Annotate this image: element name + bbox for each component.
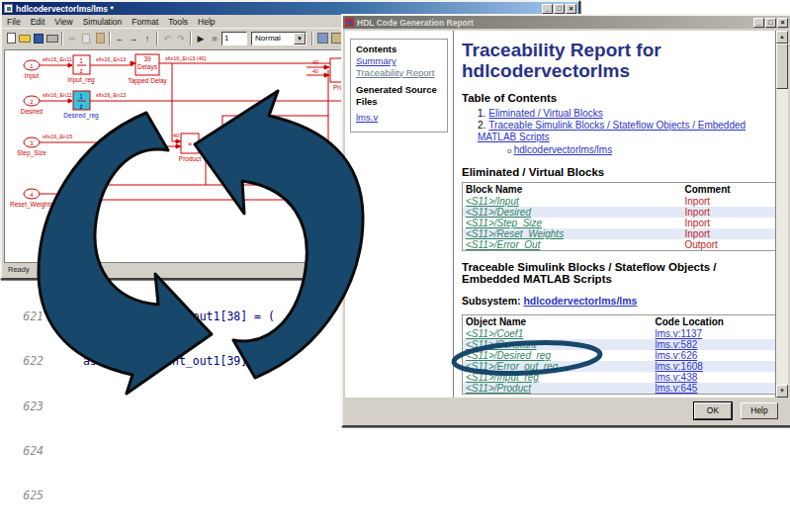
toolbar-separator <box>61 32 63 45</box>
column-header: Code Location <box>653 314 776 328</box>
scroll-up-icon[interactable]: ▲ <box>776 31 788 44</box>
scrollbar-thumb[interactable] <box>776 44 788 89</box>
toolbar-separator <box>311 32 313 45</box>
object-link[interactable]: <S11>/Desired_reg <box>466 350 551 361</box>
signal-label: sfix16_En13 (40) <box>165 55 207 61</box>
close-button[interactable]: × <box>566 4 576 14</box>
block-link[interactable]: <S11>/Reset_Weights <box>466 228 564 239</box>
redo-icon[interactable]: ↷ <box>174 31 188 45</box>
simulation-mode-dropdown[interactable]: Normal ▼ <box>251 32 307 45</box>
traceable-blocks-table: Object Name Code Location <S11>/Coef1lms… <box>462 314 775 395</box>
tapped-delay-body: Delays <box>137 63 158 71</box>
block-comment: Inport <box>682 196 776 207</box>
open-model-icon[interactable] <box>18 31 32 45</box>
port-input-label[interactable]: Input <box>25 72 40 80</box>
table-row: <S11>/Error_OutOutport <box>463 239 776 251</box>
code-location-link[interactable]: lms.v:438 <box>656 372 698 383</box>
scroll-down-icon[interactable]: ▼ <box>776 385 788 398</box>
object-link[interactable]: <S11>/Error_out_reg <box>466 361 558 372</box>
table-row: <S11>/Input_reglms.v:438 <box>463 372 776 383</box>
desired-reg-numerator: 1 <box>79 93 83 100</box>
start-simulation-icon[interactable]: ▶ <box>194 31 208 45</box>
traceability-report-link[interactable]: Traceability Report <box>356 67 434 78</box>
toolbar-separator <box>109 32 111 45</box>
menu-simulation[interactable]: Simulation <box>83 17 123 26</box>
menu-help[interactable]: Help <box>198 17 215 26</box>
table-row: <S11>/Step_SizeInport <box>463 218 776 228</box>
summary-link[interactable]: Summary <box>356 55 396 66</box>
signal-label: sfix16_En11 <box>43 56 72 62</box>
block-link[interactable]: <S11>/Step_Size <box>466 218 542 228</box>
input-reg-label[interactable]: Input_reg <box>67 76 95 84</box>
stop-simulation-icon[interactable]: ■ <box>208 31 221 45</box>
product-label[interactable]: Product <box>179 155 202 162</box>
paste-icon[interactable] <box>93 31 107 45</box>
dropdown-arrow-icon[interactable]: ▼ <box>294 33 306 44</box>
lms-v-file-link[interactable]: lms.v <box>356 112 378 123</box>
port-step-size-label[interactable]: Step_Size <box>17 149 46 157</box>
code-location-link[interactable]: lms.v:1137 <box>656 328 703 339</box>
toc-heading: Table of Contents <box>462 92 765 104</box>
object-link[interactable]: <S11>/Input_reg <box>466 372 539 383</box>
table-row: <S11>/DesiredInport <box>463 207 776 218</box>
table-row: <S11>/Coef1lms.v:1137 <box>463 328 776 339</box>
help-button[interactable]: Help <box>741 402 778 419</box>
new-model-icon[interactable] <box>4 31 18 45</box>
input-reg-denominator: z <box>79 67 82 74</box>
cut-icon[interactable]: ✂ <box>65 31 79 45</box>
code-location-link[interactable]: lms.v:1608 <box>656 361 703 372</box>
traceable-blocks-heading: Traceable Simulink Blocks / Stateflow Ob… <box>462 261 758 285</box>
report-scrollbar[interactable]: ▲ ▼ <box>775 31 788 398</box>
code-location-link[interactable]: lms.v:582 <box>656 339 698 350</box>
port-desired-label[interactable]: Desired <box>21 108 44 115</box>
go-back-icon[interactable]: ← <box>113 31 127 45</box>
contents-heading: Contents <box>356 44 442 55</box>
minimize-button[interactable]: _ <box>753 18 764 28</box>
line-number: 623 <box>8 399 44 415</box>
go-up-icon[interactable]: ↑ <box>140 31 154 45</box>
copy-icon[interactable] <box>79 31 93 45</box>
toc-traceable-link[interactable]: Traceable Simulink Blocks / Stateflow Ob… <box>478 120 746 142</box>
toc-eliminated-link[interactable]: Eliminated / Virtual Blocks <box>488 108 602 119</box>
object-link[interactable]: <S11>/Constant <box>466 339 537 350</box>
minimize-button[interactable]: _ <box>542 4 553 14</box>
table-row: <S11>/Error_out_reglms.v:1608 <box>463 361 776 372</box>
subsystem-link[interactable]: hdlcodervectorlms/lms <box>523 295 637 307</box>
ok-button[interactable]: OK <box>694 402 732 419</box>
code-location-link[interactable]: lms.v:645 <box>656 383 698 394</box>
block-link[interactable]: <S11>/Input <box>466 196 519 207</box>
hdl-report-window: HDL Code Generation Report _ □ × Content… <box>341 14 790 427</box>
toc-subsystem-link[interactable]: hdlcodervectorlms/lms <box>514 144 612 155</box>
maximize-button[interactable]: □ <box>554 4 565 14</box>
go-forward-icon[interactable]: → <box>127 31 140 45</box>
menu-edit[interactable]: Edit <box>31 17 45 26</box>
block-link[interactable]: <S11>/Error_Out <box>466 239 540 250</box>
undo-icon[interactable]: ↶ <box>160 31 174 45</box>
column-header: Comment <box>682 182 776 196</box>
close-button[interactable]: × <box>777 18 788 28</box>
menu-view[interactable]: View <box>54 17 72 26</box>
line-number: 621 <box>8 309 44 325</box>
toc-item-number: 1. <box>478 108 485 119</box>
library-browser-icon[interactable] <box>315 31 329 45</box>
column-header: Object Name <box>463 314 653 328</box>
product-glyph: × <box>188 139 193 148</box>
desired-reg-label[interactable]: Desired_reg <box>63 112 99 120</box>
report-titlebar[interactable]: HDL Code Generation Report _ □ × <box>343 16 790 29</box>
menu-format[interactable]: Format <box>132 17 158 26</box>
simulation-stop-time-field[interactable] <box>221 32 247 45</box>
signal-label: sfix16_En13 <box>96 92 126 98</box>
maximize-button[interactable]: □ <box>765 18 776 28</box>
object-link[interactable]: <S11>/Product <box>466 383 531 394</box>
code-location-link[interactable]: lms.v:626 <box>656 350 698 361</box>
port-reset-weights-label[interactable]: Reset_Weights <box>10 201 54 209</box>
print-icon[interactable] <box>45 31 59 45</box>
menu-file[interactable]: File <box>7 17 21 26</box>
block-link[interactable]: <S11>/Desired <box>466 207 531 218</box>
column-header: Block Name <box>463 182 682 196</box>
object-link[interactable]: <S11>/Coef1 <box>466 328 523 339</box>
report-button-bar: OK Help <box>345 398 788 423</box>
save-icon[interactable] <box>32 31 45 45</box>
tapped-delay-label[interactable]: Tapped Delay <box>128 77 167 85</box>
menu-tools[interactable]: Tools <box>168 17 188 26</box>
